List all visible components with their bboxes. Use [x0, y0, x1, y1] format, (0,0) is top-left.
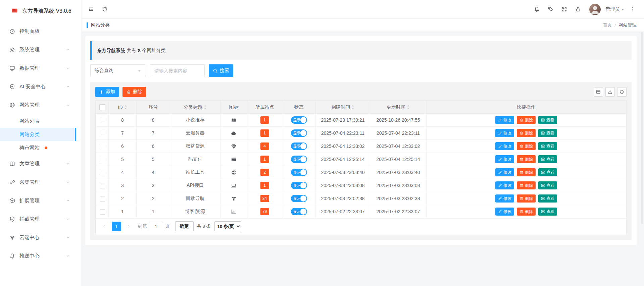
confirm-button[interactable]: 确定 [175, 221, 194, 231]
grid-icon [541, 196, 545, 201]
goto-page-input[interactable] [149, 222, 163, 231]
row-action-view[interactable]: 查看 [538, 208, 557, 216]
column-header-title[interactable]: 分类标题 [170, 101, 220, 114]
sidebar-item-9[interactable]: 云端中心 [0, 228, 76, 247]
row-action-view[interactable]: 查看 [538, 116, 557, 124]
column-header-created[interactable]: 创建时间 [316, 101, 370, 114]
row-action-view[interactable]: 查看 [538, 168, 557, 176]
sidebar-item-4[interactable]: 网站管理 [0, 96, 76, 114]
trash-icon [519, 131, 524, 135]
lock-screen-button[interactable] [572, 3, 584, 15]
sidebar-subitem[interactable]: 网站列表 [0, 114, 76, 128]
row-action-view[interactable]: 查看 [538, 194, 557, 203]
cell-updated: 2025-07-03 23:02:38 [370, 192, 427, 205]
cloud-icon [231, 130, 237, 136]
sidebar-collapse-button[interactable] [85, 3, 97, 15]
row-checkbox[interactable] [100, 196, 105, 202]
page-scrollbar[interactable] [641, 32, 643, 224]
sidebar-item-3[interactable]: AI 安全中心 [0, 77, 76, 96]
status-toggle[interactable]: 显示 [291, 116, 307, 124]
row-action-edit[interactable]: 修改 [495, 194, 514, 203]
fullscreen-button[interactable] [558, 3, 570, 15]
search-button[interactable]: 搜索 [209, 64, 233, 77]
sidebar-item-label: 数据管理 [19, 65, 40, 71]
sidebar-item-6[interactable]: 采集管理 [0, 173, 76, 191]
row-action-delete[interactable]: 删除 [517, 181, 536, 189]
sidebar-item-10[interactable]: 推送中心 [0, 247, 76, 265]
row-action-delete[interactable]: 删除 [517, 129, 536, 137]
row-action-view[interactable]: 查看 [538, 142, 557, 150]
app-title: 东方导航系统 V3.0.6 [22, 8, 71, 15]
filter-columns-button[interactable] [594, 87, 603, 97]
chevron-down-icon [66, 217, 70, 221]
more-menu-button[interactable] [627, 3, 639, 15]
user-menu[interactable]: 管理员 [605, 6, 625, 12]
sidebar-item-7[interactable]: 扩展管理 [0, 191, 76, 210]
search-input[interactable] [150, 64, 205, 77]
row-action-delete[interactable]: 删除 [517, 208, 536, 216]
row-action-edit[interactable]: 修改 [495, 142, 514, 150]
chevron-down-icon [66, 66, 70, 70]
row-action-edit[interactable]: 修改 [495, 208, 514, 216]
prev-page-button[interactable] [100, 222, 109, 231]
status-toggle[interactable]: 显示 [291, 156, 307, 163]
status-toggle[interactable]: 显示 [291, 195, 307, 202]
tags-button[interactable] [545, 3, 556, 15]
row-action-edit[interactable]: 修改 [495, 181, 514, 189]
page-size-select[interactable]: 10 条/页 [214, 221, 241, 231]
site-count-badge: 79 [260, 208, 269, 215]
search-row: 综合查询 搜索 [90, 64, 632, 77]
row-action-view[interactable]: 查看 [538, 129, 557, 137]
row-checkbox[interactable] [100, 209, 105, 215]
row-action-edit[interactable]: 修改 [495, 129, 514, 137]
row-checkbox[interactable] [100, 157, 105, 162]
sidebar-subitem[interactable]: 待审网站 [0, 141, 76, 155]
row-action-edit[interactable]: 修改 [495, 155, 514, 163]
sidebar-item-1[interactable]: 系统管理 [0, 41, 76, 59]
row-action-delete[interactable]: 删除 [517, 155, 536, 163]
refresh-button[interactable] [99, 3, 111, 15]
row-action-delete[interactable]: 删除 [517, 116, 536, 124]
page-number-current[interactable]: 1 [112, 222, 121, 231]
cell-icon [220, 140, 247, 153]
select-all-checkbox[interactable] [99, 104, 105, 110]
row-checkbox[interactable] [100, 131, 105, 136]
column-header-id[interactable]: ID [109, 101, 137, 114]
status-toggle[interactable]: 显示 [291, 182, 307, 189]
next-page-button[interactable] [124, 222, 133, 231]
row-action-delete[interactable]: 删除 [517, 194, 536, 203]
export-button[interactable] [605, 87, 615, 97]
user-avatar[interactable] [589, 4, 601, 15]
row-action-view[interactable]: 查看 [538, 155, 557, 163]
row-action-edit[interactable]: 修改 [495, 116, 514, 124]
status-toggle[interactable]: 显示 [291, 142, 307, 150]
row-action-view[interactable]: 查看 [538, 181, 557, 189]
row-checkbox[interactable] [100, 118, 105, 123]
content-card: 东方导航系统 共有 8 个网址分类 综合查询 搜索 [85, 36, 637, 245]
status-toggle[interactable]: 显示 [291, 129, 307, 137]
status-toggle[interactable]: 显示 [291, 169, 307, 176]
column-label: 图标 [229, 104, 239, 110]
row-checkbox[interactable] [100, 144, 105, 149]
row-action-edit[interactable]: 修改 [495, 168, 514, 176]
sidebar-subitem[interactable]: 网站分类 [0, 128, 76, 141]
row-action-delete[interactable]: 删除 [517, 168, 536, 176]
row-checkbox[interactable] [100, 170, 105, 175]
search-type-select[interactable]: 综合查询 [90, 64, 146, 77]
row-action-delete[interactable]: 删除 [517, 142, 536, 150]
add-button[interactable]: 添加 [95, 87, 119, 97]
notifications-button[interactable] [531, 3, 543, 15]
sidebar-item-0[interactable]: 控制面板 [0, 22, 76, 41]
breadcrumb-home[interactable]: 首页 [603, 22, 612, 28]
row-checkbox[interactable] [100, 183, 105, 188]
bell-icon [9, 253, 15, 259]
sidebar-item-5[interactable]: 文章管理 [0, 155, 76, 173]
status-toggle[interactable]: 显示 [291, 208, 307, 215]
cell-id: 3 [109, 179, 137, 192]
sidebar-item-label: AI 安全中心 [19, 83, 46, 90]
print-button[interactable] [617, 87, 627, 97]
column-header-updated[interactable]: 更新时间 [370, 101, 427, 114]
sidebar-item-8[interactable]: 拦截管理 [0, 210, 76, 228]
delete-button[interactable]: 删除 [122, 87, 146, 97]
sidebar-item-2[interactable]: 数据管理 [0, 59, 76, 77]
